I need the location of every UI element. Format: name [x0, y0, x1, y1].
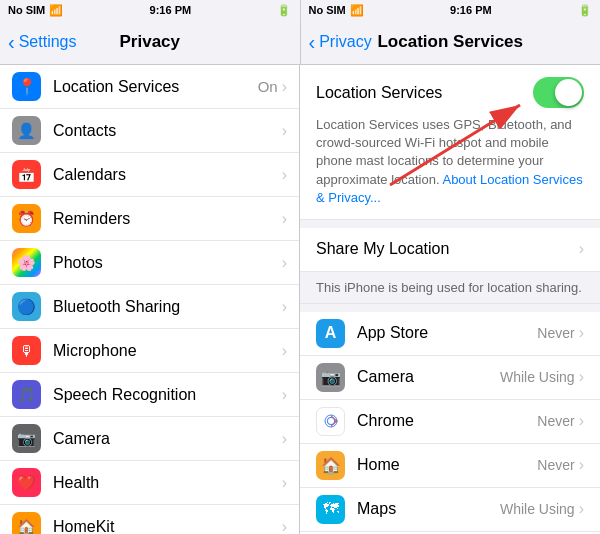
share-location-label: Share My Location: [316, 240, 449, 258]
chrome-value: Never: [537, 413, 574, 429]
chrome-label: Chrome: [357, 412, 537, 430]
chrome-icon: [316, 407, 345, 436]
content-area: 📍 Location Services On › 👤 Contacts › 📅 …: [0, 65, 600, 534]
reminders-icon: ⏰: [12, 204, 41, 233]
list-item-camera[interactable]: 📷 Camera ›: [0, 417, 299, 461]
calendars-icon: 📅: [12, 160, 41, 189]
back-to-privacy[interactable]: ‹ Privacy: [309, 31, 372, 54]
location-services-value: On: [258, 78, 278, 95]
camera-label: Camera: [53, 430, 282, 448]
location-services-nav-title: Location Services: [377, 32, 523, 52]
homekit-chevron: ›: [282, 518, 287, 535]
health-icon: ❤️: [12, 468, 41, 497]
microphone-label: Microphone: [53, 342, 282, 360]
home-row[interactable]: 🏠 Home Never ›: [300, 444, 600, 488]
time-left: 9:16 PM: [150, 4, 192, 16]
toggle-knob: [555, 79, 582, 106]
app-store-row[interactable]: A App Store Never ›: [300, 312, 600, 356]
list-item-location-services[interactable]: 📍 Location Services On ›: [0, 65, 299, 109]
maps-icon: 🗺: [316, 495, 345, 524]
list-item-bluetooth[interactable]: 🔵 Bluetooth Sharing ›: [0, 285, 299, 329]
list-item-microphone[interactable]: 🎙 Microphone ›: [0, 329, 299, 373]
photos-chevron: ›: [282, 254, 287, 272]
chrome-chevron: ›: [579, 412, 584, 430]
back-label-settings[interactable]: Settings: [19, 33, 77, 51]
svg-point-3: [328, 418, 334, 424]
back-arrow-left: ‹: [8, 31, 15, 54]
maps-value: While Using: [500, 501, 575, 517]
reminders-label: Reminders: [53, 210, 282, 228]
list-item-photos[interactable]: 🌸 Photos ›: [0, 241, 299, 285]
back-to-settings[interactable]: ‹ Settings: [8, 31, 76, 54]
photos-label: Photos: [53, 254, 282, 272]
homekit-icon: 🏠: [12, 512, 41, 534]
home-label: Home: [357, 456, 537, 474]
speech-chevron: ›: [282, 386, 287, 404]
app-store-label: App Store: [357, 324, 537, 342]
bluetooth-icon: 🔵: [12, 292, 41, 321]
share-location-row[interactable]: Share My Location ›: [300, 228, 600, 272]
location-services-section: Location Services Location Services uses…: [300, 65, 600, 220]
maps-label: Maps: [357, 500, 500, 518]
nav-bar-privacy: ‹ Settings Privacy: [0, 20, 301, 64]
wifi-icon-left: 📶: [49, 4, 63, 17]
time-right: 9:16 PM: [450, 4, 492, 16]
no-sim-left: No SIM: [8, 4, 45, 16]
list-item-health[interactable]: ❤️ Health ›: [0, 461, 299, 505]
bluetooth-chevron: ›: [282, 298, 287, 316]
app-store-value: Never: [537, 325, 574, 341]
camera-app-value: While Using: [500, 369, 575, 385]
back-label-privacy[interactable]: Privacy: [319, 33, 371, 51]
speech-label: Speech Recognition: [53, 386, 282, 404]
camera-app-chevron: ›: [579, 368, 584, 386]
contacts-label: Contacts: [53, 122, 282, 140]
share-location-chevron: ›: [579, 240, 584, 258]
contacts-icon: 👤: [12, 116, 41, 145]
speech-icon: 🎵: [12, 380, 41, 409]
camera-chevron: ›: [282, 430, 287, 448]
chrome-row[interactable]: Chrome Never ›: [300, 400, 600, 444]
wifi-icon-right: 📶: [350, 4, 364, 17]
home-icon: 🏠: [316, 451, 345, 480]
list-item-speech[interactable]: 🎵 Speech Recognition ›: [0, 373, 299, 417]
nav-bars: ‹ Settings Privacy ‹ Privacy Location Se…: [0, 20, 600, 65]
location-services-label: Location Services: [53, 78, 258, 96]
ls-privacy-link[interactable]: About Location Services & Privacy...: [316, 172, 583, 205]
status-bar-container: No SIM 📶 9:16 PM 🔋 No SIM 📶 9:16 PM 🔋: [0, 0, 600, 20]
calendars-chevron: ›: [282, 166, 287, 184]
list-item-homekit[interactable]: 🏠 HomeKit ›: [0, 505, 299, 534]
list-item-calendars[interactable]: 📅 Calendars ›: [0, 153, 299, 197]
location-services-icon: 📍: [12, 72, 41, 101]
camera-row[interactable]: 📷 Camera While Using ›: [300, 356, 600, 400]
microphone-icon: 🎙: [12, 336, 41, 365]
battery-icon-left: 🔋: [277, 4, 291, 17]
right-panel: Location Services Location Services uses…: [300, 65, 600, 534]
chrome-svg: [321, 411, 341, 431]
home-value: Never: [537, 457, 574, 473]
list-item-reminders[interactable]: ⏰ Reminders ›: [0, 197, 299, 241]
left-panel: 📍 Location Services On › 👤 Contacts › 📅 …: [0, 65, 300, 534]
back-arrow-right: ‹: [309, 31, 316, 54]
contacts-chevron: ›: [282, 122, 287, 140]
camera-app-label: Camera: [357, 368, 500, 386]
battery-icon-right: 🔋: [578, 4, 592, 17]
app-store-icon: A: [316, 319, 345, 348]
calendars-label: Calendars: [53, 166, 282, 184]
app-store-chevron: ›: [579, 324, 584, 342]
health-label: Health: [53, 474, 282, 492]
maps-row[interactable]: 🗺 Maps While Using ›: [300, 488, 600, 532]
health-chevron: ›: [282, 474, 287, 492]
camera-app-icon: 📷: [316, 363, 345, 392]
sharing-notice-text: This iPhone is being used for location s…: [316, 280, 582, 295]
location-services-toggle[interactable]: [533, 77, 584, 108]
privacy-list: 📍 Location Services On › 👤 Contacts › 📅 …: [0, 65, 299, 534]
bluetooth-label: Bluetooth Sharing: [53, 298, 282, 316]
home-chevron: ›: [579, 456, 584, 474]
privacy-title: Privacy: [120, 32, 181, 52]
sharing-notice: This iPhone is being used for location s…: [300, 272, 600, 304]
status-bar-left-panel: No SIM 📶 9:16 PM 🔋: [0, 0, 300, 20]
ls-title: Location Services: [316, 84, 442, 102]
list-item-contacts[interactable]: 👤 Contacts ›: [0, 109, 299, 153]
microphone-chevron: ›: [282, 342, 287, 360]
ls-description: Location Services uses GPS, Bluetooth, a…: [316, 116, 584, 207]
